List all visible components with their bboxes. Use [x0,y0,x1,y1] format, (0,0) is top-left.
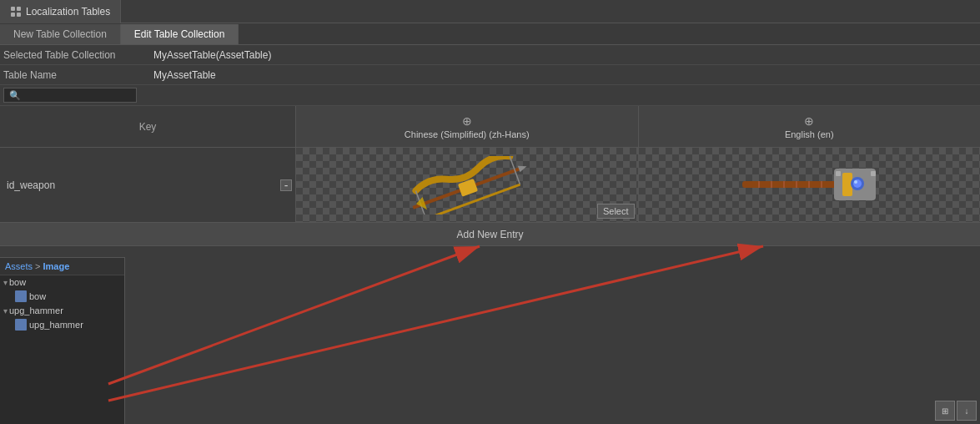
cell-image-lang1-inner [296,148,638,222]
svg-marker-5 [517,163,527,172]
weapon-bow-image [392,156,542,215]
svg-rect-18 [871,171,876,176]
tab-new-label: New Table Collection [13,28,107,40]
column-headers: Key ⊕ Chinese (Simplified) (zh-Hans) ⊕ E… [0,106,980,148]
col-lang1-header: ⊕ Chinese (Simplified) (zh-Hans) [296,106,639,147]
col-lang2-label: English (en) [785,129,834,139]
bottom-right-icons: ⊞ ↓ [935,401,977,421]
cell-key-text: id_weapon [7,179,289,191]
svg-rect-2 [11,13,15,17]
bow-asset-icon [15,290,27,302]
svg-point-15 [853,179,862,188]
search-row [0,85,980,106]
svg-rect-1 [17,7,21,11]
tab-edit-label: Edit Table Collection [134,28,225,40]
select-button-lang1[interactable]: Select [597,204,635,219]
breadcrumb: Assets > Image [0,258,124,275]
table-name-label: Table Name [3,69,153,81]
hammer-folder-arrow: ▾ [3,306,8,315]
add-entry-row[interactable]: Add New Entry [0,223,980,246]
col-lang1-icon: ⊕ [462,114,472,128]
svg-rect-17 [836,171,841,176]
grid-icon [10,6,22,18]
breadcrumb-image[interactable]: Image [43,261,69,271]
window-title-text: Localization Tables [26,6,110,18]
table-name-value: MyAssetTable [153,69,216,81]
col-lang2-header: ⊕ English (en) [639,106,981,147]
tree-item-bow-folder[interactable]: ▾ bow [0,275,124,289]
tab-new-collection[interactable]: New Table Collection [0,24,121,44]
cell-image-lang2 [639,148,981,222]
col-lang2-icon: ⊕ [804,114,814,128]
svg-line-27 [108,246,480,384]
bottom-file-panel: Assets > Image ▾ bow bow ▾ upg_hammer up… [0,257,125,424]
bow-folder-label: bow [9,277,26,287]
download-icon[interactable]: ↓ [957,401,977,421]
select-label-lang1: Select [603,206,629,216]
breadcrumb-assets[interactable]: Assets [5,261,33,271]
window-title: Localization Tables [0,0,121,23]
minus-button[interactable]: - [280,179,292,191]
svg-point-16 [854,180,857,184]
tree-item-hammer-folder[interactable]: ▾ upg_hammer [0,304,124,317]
table-row: id_weapon - [0,148,980,223]
add-entry-label: Add New Entry [456,229,523,240]
selected-collection-label: Selected Table Collection [3,49,153,61]
tree-item-bow-asset[interactable]: bow [0,289,124,304]
cell-image-lang1: 📍 Select [296,148,639,222]
minus-icon: - [284,179,289,192]
cell-image-lang2-inner [639,148,981,222]
tree-container: ▾ bow bow ▾ upg_hammer upg_hammer [0,275,124,332]
selected-collection-value: MyAssetTable(AssetTable) [153,49,271,61]
weapon-hammer-image [726,156,892,215]
tree-item-hammer-asset[interactable]: upg_hammer [0,317,124,332]
col-key-label: Key [139,121,157,133]
svg-rect-0 [11,7,15,11]
hammer-asset-icon [15,319,27,331]
col-key-header: Key [0,106,296,147]
hammer-asset-label: upg_hammer [29,320,83,330]
tab-edit-collection[interactable]: Edit Table Collection [121,24,239,44]
breadcrumb-separator: > [35,261,40,271]
selected-collection-row: Selected Table Collection MyAssetTable(A… [0,45,980,65]
bow-folder-arrow: ▾ [3,278,8,287]
svg-rect-3 [17,13,21,17]
svg-line-28 [108,246,763,401]
grid-view-icon[interactable]: ⊞ [935,401,955,421]
tabs-row: New Table Collection Edit Table Collecti… [0,23,980,45]
hammer-folder-label: upg_hammer [9,305,63,315]
table-name-row: Table Name MyAssetTable [0,65,980,85]
search-input[interactable] [3,88,137,103]
bow-asset-label: bow [29,291,46,301]
cell-key: id_weapon - [0,148,296,222]
col-lang1-label: Chinese (Simplified) (zh-Hans) [405,129,530,139]
window-tab-bar: Localization Tables [0,0,980,23]
